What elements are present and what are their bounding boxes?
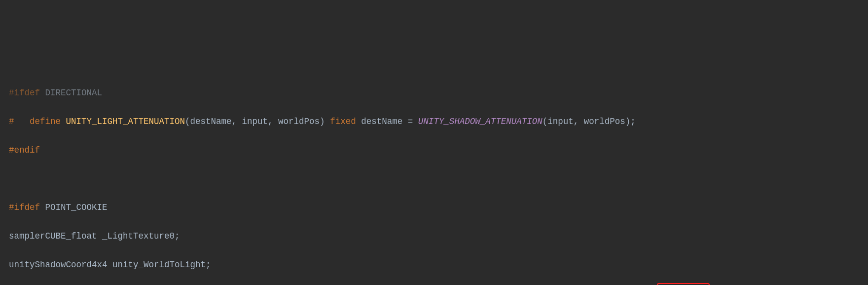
code-line: #ifdef DIRECTIONAL: [9, 86, 868, 100]
macro-call: UNITY_SHADOW_ATTENUATION: [418, 117, 542, 126]
blank-line: [9, 172, 868, 186]
code-line: samplerCUBE_float _LightTexture0;: [9, 229, 868, 244]
code-line: # define UNITY_LIGHT_ATTENUATION(destNam…: [9, 115, 868, 129]
directive-endif: #endif: [9, 145, 40, 155]
annotation-highlight-box: [657, 283, 710, 285]
keyword-fixed: fixed: [330, 117, 356, 126]
symbol-point-cookie: POINT_COOKIE: [40, 203, 108, 212]
declaration: samplerCUBE_float _LightTexture0;: [9, 231, 180, 241]
code-line: #ifdef POINT_COOKIE: [9, 201, 868, 215]
code-line: unityShadowCoord4x4 unity_WorldToLight;: [9, 258, 868, 272]
directive-hash: #: [9, 203, 14, 212]
directive-hash: #: [9, 117, 30, 126]
code-text: destName =: [356, 117, 418, 126]
macro-args: (destName, input, worldPos): [185, 117, 330, 126]
code-text: (input, worldPos);: [542, 117, 636, 126]
directive-define: define: [30, 117, 61, 126]
symbol-directional: DIRECTIONAL: [40, 88, 102, 98]
declaration: unityShadowCoord4x4 unity_WorldToLight;: [9, 260, 211, 270]
code-editor[interactable]: #ifdef DIRECTIONAL # define UNITY_LIGHT_…: [9, 57, 868, 285]
directive-hash: #: [9, 88, 14, 98]
directive-ifdef: ifdef: [14, 88, 40, 98]
directive-ifdef: ifdef: [14, 203, 40, 212]
macro-name: UNITY_LIGHT_ATTENUATION: [61, 117, 185, 126]
code-line: #endif: [9, 143, 868, 158]
